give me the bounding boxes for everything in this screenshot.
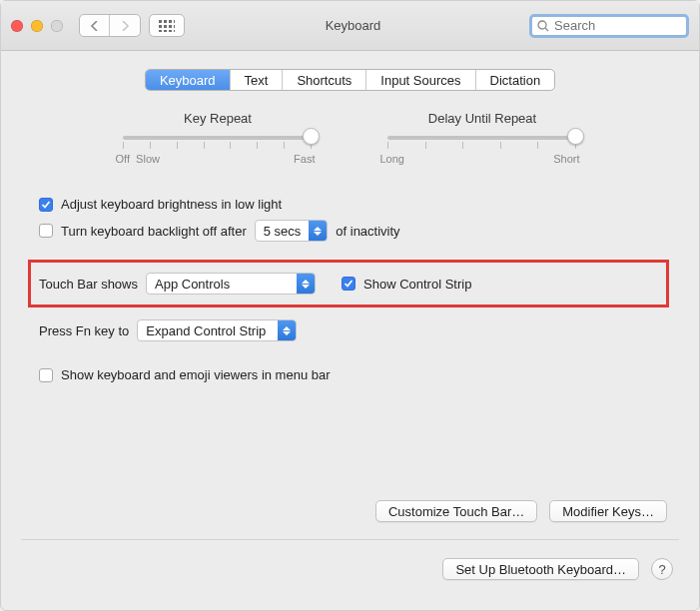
tab-keyboard[interactable]: Keyboard — [146, 70, 231, 90]
show-viewers-checkbox[interactable] — [39, 368, 53, 382]
show-control-strip-label: Show Control Strip — [363, 277, 471, 292]
touch-bar-shows-popup[interactable]: App Controls — [146, 273, 316, 295]
show-all-button[interactable] — [149, 14, 185, 37]
touch-bar-shows-row: Touch Bar shows App Controls Show Contro… — [39, 269, 658, 299]
svg-rect-11 — [174, 30, 175, 32]
nav-back-forward — [79, 14, 141, 37]
grid-icon — [159, 20, 175, 32]
svg-rect-1 — [164, 20, 167, 23]
search-field[interactable] — [529, 14, 689, 38]
press-fn-value: Expand Control Strip — [138, 320, 278, 340]
check-icon — [344, 279, 353, 289]
search-icon — [537, 20, 549, 32]
back-button[interactable] — [80, 15, 110, 36]
stepper-arrows-icon — [278, 320, 296, 340]
key-repeat-legend: Off Slow Fast — [116, 153, 316, 165]
preferences-window: Keyboard Keyboard Text Shortcuts Input S… — [0, 0, 700, 611]
traffic-lights — [11, 20, 63, 32]
tab-bar: Keyboard Text Shortcuts Input Sources Di… — [145, 69, 555, 91]
window-buttons: Set Up Bluetooth Keyboard… ? — [442, 558, 673, 580]
svg-rect-3 — [174, 20, 175, 23]
customize-touch-bar-button[interactable]: Customize Touch Bar… — [375, 500, 537, 522]
press-fn-row: Press Fn key to Expand Control Strip — [31, 315, 669, 345]
modifier-keys-button[interactable]: Modifier Keys… — [549, 500, 667, 522]
show-control-strip-checkbox[interactable] — [342, 277, 355, 291]
adjust-brightness-checkbox[interactable] — [39, 198, 53, 212]
svg-rect-9 — [164, 30, 167, 32]
backlight-off-row: Turn keyboard backlight off after 5 secs… — [31, 216, 669, 246]
show-viewers-row: Show keyboard and emoji viewers in menu … — [31, 363, 669, 386]
backlight-off-label-b: of inactivity — [336, 224, 399, 239]
close-window-button[interactable] — [11, 20, 23, 32]
backlight-off-checkbox[interactable] — [39, 224, 53, 238]
svg-rect-6 — [169, 25, 172, 28]
highlight-annotation: Touch Bar shows App Controls Show Contro… — [28, 260, 669, 307]
backlight-timeout-popup[interactable]: 5 secs — [255, 220, 329, 242]
show-viewers-label: Show keyboard and emoji viewers in menu … — [61, 367, 331, 382]
slider-knob[interactable] — [303, 128, 320, 145]
help-button[interactable]: ? — [651, 558, 673, 580]
svg-rect-7 — [174, 25, 175, 28]
stepper-arrows-icon — [309, 221, 327, 241]
backlight-timeout-value: 5 secs — [256, 221, 310, 241]
slider-knob[interactable] — [567, 128, 584, 145]
svg-rect-0 — [159, 20, 162, 23]
sliders-group: Key Repeat Off Slow Fast Delay Until Rep… — [31, 111, 669, 165]
touch-bar-shows-value: App Controls — [147, 274, 297, 294]
adjust-brightness-row: Adjust keyboard brightness in low light — [31, 193, 669, 216]
forward-button[interactable] — [110, 15, 140, 36]
titlebar: Keyboard — [1, 1, 699, 51]
svg-rect-2 — [169, 20, 172, 23]
tab-shortcuts[interactable]: Shortcuts — [283, 70, 366, 90]
svg-rect-5 — [164, 25, 167, 28]
delay-until-repeat-group: Delay Until Repeat Long Short — [385, 111, 580, 165]
svg-rect-8 — [159, 30, 162, 32]
minimize-window-button[interactable] — [31, 20, 43, 32]
svg-line-13 — [545, 28, 548, 31]
key-repeat-slider[interactable] — [123, 136, 313, 150]
tab-text[interactable]: Text — [231, 70, 284, 90]
chevron-left-icon — [91, 21, 99, 31]
window-title: Keyboard — [193, 18, 513, 33]
svg-rect-10 — [169, 30, 172, 32]
press-fn-popup[interactable]: Expand Control Strip — [137, 319, 297, 341]
search-input[interactable] — [552, 17, 700, 34]
check-icon — [41, 200, 51, 210]
content-buttons: Customize Touch Bar… Modifier Keys… — [375, 500, 667, 522]
svg-rect-4 — [159, 25, 162, 28]
setup-bluetooth-keyboard-button[interactable]: Set Up Bluetooth Keyboard… — [442, 558, 639, 580]
content-area: Key Repeat Off Slow Fast Delay Until Rep… — [1, 91, 699, 386]
separator — [21, 539, 679, 540]
touch-bar-shows-label: Touch Bar shows — [39, 277, 138, 292]
stepper-arrows-icon — [297, 274, 315, 294]
zoom-window-button[interactable] — [51, 20, 63, 32]
tab-dictation[interactable]: Dictation — [476, 70, 555, 90]
backlight-off-label-a: Turn keyboard backlight off after — [61, 224, 247, 239]
delay-legend: Long Short — [380, 153, 580, 165]
key-repeat-group: Key Repeat Off Slow Fast — [121, 111, 316, 165]
press-fn-label: Press Fn key to — [39, 323, 129, 338]
delay-until-repeat-slider[interactable] — [387, 136, 577, 150]
delay-until-repeat-label: Delay Until Repeat — [385, 111, 580, 126]
tab-input-sources[interactable]: Input Sources — [366, 70, 475, 90]
adjust-brightness-label: Adjust keyboard brightness in low light — [61, 197, 282, 212]
key-repeat-label: Key Repeat — [121, 111, 316, 126]
options-section: Adjust keyboard brightness in low light … — [31, 193, 669, 386]
svg-point-12 — [538, 21, 546, 29]
chevron-right-icon — [121, 21, 129, 31]
